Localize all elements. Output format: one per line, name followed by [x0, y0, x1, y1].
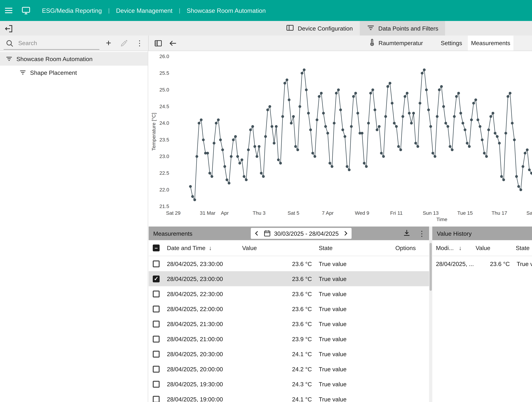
sidebar-item[interactable]: Showcase Room Automation	[0, 52, 148, 66]
row-checkbox[interactable]	[153, 365, 160, 372]
column-date-and-time[interactable]: Date and Time	[167, 245, 205, 251]
sort-desc-icon[interactable]: ↓	[459, 245, 462, 251]
measurement-row[interactable]: 28/04/2025, 21:00:0023.9 °CTrue value	[149, 331, 429, 346]
value-history-row[interactable]: 28/04/2025, ...23.6 °CTrue valueDeviceOr…	[432, 256, 532, 271]
svg-text:Thu 17: Thu 17	[492, 210, 507, 216]
measurement-row[interactable]: 28/04/2025, 19:30:0024.3 °CTrue value	[149, 377, 429, 391]
svg-text:Sun 13: Sun 13	[423, 210, 439, 216]
add-button[interactable]: +	[101, 36, 116, 50]
svg-text:Temperature [°C]: Temperature [°C]	[151, 113, 157, 151]
sidebar-item-label: Shape Placement	[30, 69, 77, 76]
row-checkbox[interactable]	[153, 335, 160, 342]
svg-text:Sat 5: Sat 5	[288, 210, 299, 216]
column-state[interactable]: State	[516, 245, 530, 251]
column-value[interactable]: Value	[242, 245, 257, 251]
measurement-row[interactable]: ✓28/04/2025, 23:00:0023.6 °CTrue value	[149, 271, 429, 286]
svg-text:7 Apr: 7 Apr	[322, 210, 334, 216]
collapse-back-arrow-icon[interactable]	[165, 36, 180, 50]
svg-text:Time: Time	[436, 217, 447, 222]
svg-text:23.5: 23.5	[159, 137, 169, 143]
cell-state: True value	[517, 260, 532, 267]
row-checkbox[interactable]	[153, 320, 160, 327]
search-input[interactable]	[17, 39, 94, 47]
calendar-icon	[264, 230, 271, 237]
column-modified[interactable]: Modi...	[436, 245, 454, 251]
exit-view-icon[interactable]	[3, 23, 15, 35]
workspace-monitor-icon[interactable]	[17, 0, 35, 21]
cell-datetime: 28/04/2025, 19:00:00	[167, 396, 223, 402]
cell-datetime: 28/04/2025, 22:30:00	[167, 290, 223, 297]
cell-state: True value	[319, 396, 347, 402]
selected-datapoint: Raumtemperatur	[368, 36, 423, 50]
row-checkbox[interactable]	[153, 381, 160, 387]
date-range-next-chevron[interactable]	[342, 228, 349, 239]
breadcrumb-item[interactable]: Showcase Room Automation	[187, 7, 266, 14]
cell-value: 23.9 °C	[242, 335, 312, 342]
sidebar: Showcase Room AutomationShape Placement	[0, 51, 148, 402]
bottom-panels: Measurements 30/03/2025 - 28/04/2025	[149, 226, 532, 402]
date-range-value[interactable]: 30/03/2025 - 28/04/2025	[274, 230, 339, 237]
svg-text:Tue 15: Tue 15	[457, 210, 473, 216]
measurement-row[interactable]: 28/04/2025, 22:30:0023.6 °CTrue value	[149, 286, 429, 301]
filter-icon	[6, 55, 13, 63]
measurement-row[interactable]: 28/04/2025, 21:30:0023.6 °CTrue value	[149, 316, 429, 331]
tab-data-points-and-filters[interactable]: Data Points and Filters	[360, 21, 445, 36]
search-icon	[6, 39, 14, 47]
svg-text:25.0: 25.0	[159, 87, 169, 93]
svg-text:21.5: 21.5	[159, 203, 169, 209]
breadcrumb-item[interactable]: Device Management	[116, 7, 173, 14]
measurement-row[interactable]: 28/04/2025, 22:00:0023.6 °CTrue value	[149, 301, 429, 316]
cell-value: 24.2 °C	[242, 365, 312, 372]
temperature-chart[interactable]: 26.025.525.024.524.023.523.022.522.021.5…	[149, 51, 532, 226]
scrollbar-thumb[interactable]	[430, 243, 432, 291]
cell-datetime: 28/04/2025, 23:30:00	[167, 260, 223, 267]
svg-text:25.5: 25.5	[159, 70, 169, 76]
svg-text:Apr: Apr	[221, 210, 229, 216]
measurements-panel: Measurements 30/03/2025 - 28/04/2025	[149, 226, 429, 402]
row-checkbox[interactable]	[153, 396, 160, 402]
cell-state: True value	[319, 335, 347, 342]
svg-text:23.0: 23.0	[159, 153, 169, 159]
row-checkbox[interactable]: ✓	[153, 275, 160, 282]
temperature-chart-svg: 26.025.525.024.524.023.523.022.522.021.5…	[149, 51, 532, 226]
row-checkbox[interactable]	[153, 290, 160, 297]
cell-datetime: 28/04/2025, 21:30:00	[167, 320, 223, 327]
cell-state: True value	[319, 381, 347, 387]
cell-datetime: 28/04/2025, 19:30:00	[167, 381, 223, 387]
cell-value: 24.3 °C	[242, 381, 312, 387]
hamburger-menu-button[interactable]	[0, 0, 17, 21]
cell-value: 23.6 °C	[242, 260, 312, 267]
row-checkbox[interactable]	[153, 351, 160, 357]
breadcrumb-item[interactable]: ESG/Media Reporting	[42, 7, 102, 14]
svg-text:Sat 29: Sat 29	[166, 210, 180, 216]
download-icon[interactable]	[403, 229, 411, 238]
panel-layout-icon[interactable]	[151, 36, 165, 50]
column-options[interactable]: Options	[395, 245, 416, 251]
date-range-picker: 30/03/2025 - 28/04/2025	[251, 228, 351, 239]
measurements-scrollbar[interactable]	[429, 226, 432, 402]
row-checkbox[interactable]	[153, 305, 160, 312]
value-history-panel-header: Value History	[432, 226, 532, 240]
measurement-row[interactable]: 28/04/2025, 20:00:0024.2 °CTrue value	[149, 361, 429, 377]
column-state[interactable]: State	[319, 245, 333, 251]
measurements-table-header: − Date and Time ↓ Value State Options	[149, 240, 429, 256]
cell-modified: 28/04/2025, ...	[436, 260, 474, 267]
svg-text:24.5: 24.5	[159, 104, 169, 109]
measurement-row[interactable]: 28/04/2025, 19:00:0024.1 °CTrue value	[149, 391, 429, 402]
tab-label: Device Configuration	[298, 25, 353, 32]
measurement-row[interactable]: 28/04/2025, 20:30:0024.1 °CTrue value	[149, 346, 429, 361]
sidebar-item[interactable]: Shape Placement	[0, 66, 148, 79]
tab-measurements[interactable]: Measurements	[468, 36, 513, 50]
sort-desc-icon[interactable]: ↓	[209, 245, 212, 251]
tab-settings[interactable]: Settings	[432, 36, 471, 50]
measurements-panel-header: Measurements 30/03/2025 - 28/04/2025	[149, 226, 429, 240]
column-value[interactable]: Value	[476, 245, 490, 251]
date-range-prev-chevron[interactable]	[253, 228, 260, 239]
row-checkbox[interactable]	[153, 260, 160, 267]
tab-device-configuration[interactable]: Device Configuration	[279, 21, 360, 36]
toolbar-kebab-menu[interactable]: ⋮	[132, 36, 147, 50]
filter-icon	[367, 24, 375, 33]
measurement-row[interactable]: 28/04/2025, 23:30:0023.6 °CTrue value	[149, 256, 429, 271]
measurements-kebab-menu[interactable]: ⋮	[418, 229, 425, 238]
select-all-checkbox[interactable]: −	[153, 245, 160, 251]
